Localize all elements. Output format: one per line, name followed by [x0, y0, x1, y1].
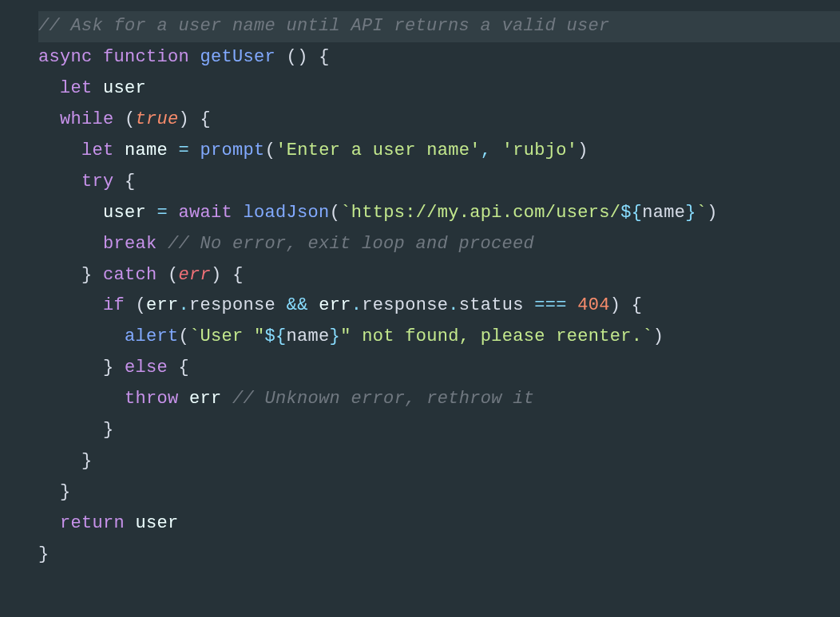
code-line-6: try { — [38, 172, 136, 192]
code-line-12: } else { — [38, 358, 189, 378]
code-line-10: if (err.response && err.response.status … — [38, 295, 642, 315]
code-line-18: } — [38, 544, 50, 564]
code-line-8: break // No error, exit loop and proceed — [38, 234, 534, 254]
code-line-13: throw err // Unknown error, rethrow it — [38, 389, 534, 409]
code-line-17: return user — [38, 513, 179, 533]
code-line-14: } — [38, 420, 114, 440]
code-editor: // Ask for a user name until API returns… — [0, 11, 840, 571]
code-line-5: let name = prompt('Enter a user name', '… — [38, 140, 588, 160]
code-line-9: } catch (err) { — [38, 265, 244, 285]
code-line-4: while (true) { — [38, 109, 211, 129]
code-line-11: alert(`User "${name}" not found, please … — [38, 326, 664, 346]
code-line-15: } — [38, 451, 93, 471]
code-line-1: // Ask for a user name until API returns… — [38, 11, 840, 42]
comment: // Ask for a user name until API returns… — [38, 16, 610, 36]
code-line-7: user = await loadJson(`https://my.api.co… — [38, 203, 718, 223]
code-line-2: async function getUser () { — [38, 47, 330, 67]
code-line-3: let user — [38, 78, 146, 98]
code-line-16: } — [38, 482, 71, 502]
